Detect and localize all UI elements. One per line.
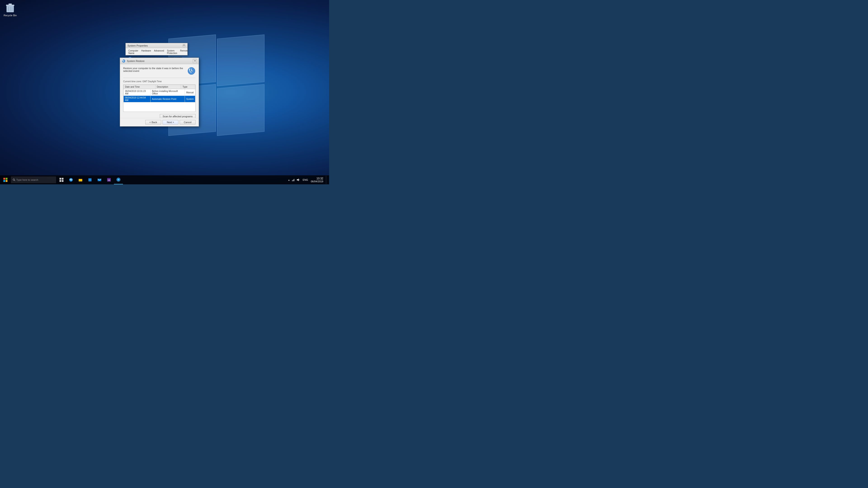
cell-type: Manual bbox=[185, 89, 195, 96]
recycle-bin-icon[interactable]: Recycle Bin bbox=[2, 2, 18, 17]
clock-time: 10:32 bbox=[311, 177, 323, 180]
sys-props-tabs: Computer Name Hardware Advanced System P… bbox=[126, 48, 187, 55]
back-btn[interactable]: < Back bbox=[145, 120, 161, 125]
clock-date: 06/04/2019 bbox=[311, 180, 323, 183]
restore-header-icon bbox=[187, 67, 195, 75]
mail-icon bbox=[97, 177, 102, 182]
sys-restore-titlebar: System Restore ✕ bbox=[120, 58, 199, 64]
search-icon bbox=[13, 178, 16, 181]
restore-table-body: 06/04/2019 10:31:23 AM Before installing… bbox=[123, 89, 195, 111]
svg-point-14 bbox=[13, 179, 15, 181]
taskbar-icon-file-explorer[interactable] bbox=[76, 175, 85, 184]
tab-system-protection[interactable]: System Protection bbox=[166, 49, 179, 55]
svg-rect-19 bbox=[62, 180, 64, 182]
svg-rect-12 bbox=[3, 180, 5, 182]
file-explorer-icon bbox=[78, 177, 83, 182]
sys-restore-close-btn[interactable]: ✕ bbox=[193, 59, 197, 63]
restore-points-data-table: 06/04/2019 10:31:23 AM Before installing… bbox=[123, 89, 195, 102]
dialog-controls: ✕ bbox=[182, 44, 186, 47]
svg-rect-30 bbox=[293, 180, 293, 181]
svg-rect-17 bbox=[62, 178, 64, 180]
cancel-btn[interactable]: Cancel bbox=[180, 120, 195, 125]
cell-date: 06/04/2019 10:31:23 AM bbox=[124, 89, 151, 96]
taskbar-icon-task-view[interactable] bbox=[57, 175, 66, 184]
svg-rect-2 bbox=[8, 4, 12, 5]
search-placeholder: Type here to search bbox=[16, 178, 38, 181]
sys-restore-title-left: System Restore bbox=[122, 59, 145, 63]
taskbar-clock[interactable]: 10:32 06/04/2019 bbox=[309, 177, 325, 183]
system-restore-dialog: System Restore ✕ Restore your computer t… bbox=[120, 58, 199, 127]
start-button[interactable] bbox=[0, 175, 11, 184]
store-icon: 🛒 bbox=[88, 177, 92, 182]
tab-remote[interactable]: Remote bbox=[179, 49, 189, 55]
svg-text:VS: VS bbox=[108, 179, 110, 181]
svg-rect-24 bbox=[98, 179, 101, 181]
recycle-bin-graphic bbox=[5, 2, 16, 13]
col-header-date: Date and Time bbox=[124, 85, 156, 89]
taskbar-system-tray: ▲ ENG 10:32 06/04/2019 bbox=[288, 175, 329, 184]
vs-icon: VS bbox=[107, 177, 111, 182]
desktop: Recycle Bin System Properties ✕ Computer… bbox=[0, 0, 329, 184]
svg-rect-13 bbox=[6, 180, 7, 182]
taskbar-icon-mail[interactable] bbox=[95, 175, 104, 184]
tab-advanced[interactable]: Advanced bbox=[153, 49, 165, 55]
svg-rect-31 bbox=[294, 179, 294, 181]
start-icon bbox=[3, 178, 7, 182]
browser-icon bbox=[116, 177, 121, 182]
taskbar-app-icons: 🛒 VS bbox=[57, 175, 123, 184]
taskbar-icon-edge[interactable] bbox=[66, 175, 75, 184]
cell-type: System bbox=[185, 96, 195, 102]
cell-description: Before installing Microsoft Office bbox=[151, 89, 185, 96]
svg-rect-18 bbox=[59, 180, 61, 182]
volume-icon[interactable] bbox=[296, 178, 300, 182]
sys-props-title: System Properties bbox=[127, 44, 148, 47]
svg-rect-29 bbox=[292, 180, 292, 181]
tab-hardware[interactable]: Hardware bbox=[140, 49, 152, 55]
taskbar-icon-store[interactable]: 🛒 bbox=[86, 175, 94, 184]
taskbar-search[interactable]: Type here to search bbox=[11, 176, 56, 183]
col-header-type: Type bbox=[181, 85, 195, 89]
table-header-row: Date and Time Description Type bbox=[124, 85, 195, 89]
tab-computer-name[interactable]: Computer Name bbox=[127, 49, 140, 55]
win-panel-top-right bbox=[217, 34, 265, 86]
restore-points-table: Date and Time Description Type bbox=[123, 85, 195, 89]
svg-rect-11 bbox=[6, 178, 7, 180]
restore-header: Restore your computer to the state it wa… bbox=[123, 67, 195, 75]
restore-footer: < Back Next > Cancel bbox=[120, 118, 199, 126]
next-btn[interactable]: Next > bbox=[162, 120, 178, 125]
show-desktop-btn[interactable] bbox=[326, 175, 327, 184]
system-properties-dialog: System Properties ✕ Computer Name Hardwa… bbox=[125, 43, 188, 55]
cell-description: Automatic Restore Point bbox=[151, 96, 185, 102]
taskbar-icon-vs[interactable]: VS bbox=[104, 175, 114, 184]
taskbar-icon-browser[interactable] bbox=[114, 175, 123, 184]
sys-props-close-btn[interactable]: ✕ bbox=[182, 44, 186, 47]
sys-restore-title-text: System Restore bbox=[127, 60, 145, 62]
sys-restore-title-icon bbox=[122, 59, 125, 63]
svg-line-15 bbox=[14, 180, 16, 181]
svg-marker-32 bbox=[297, 178, 299, 181]
taskbar: Type here to search bbox=[0, 175, 329, 184]
table-row[interactable]: 06/04/2019 10:31:23 AM Before installing… bbox=[124, 89, 195, 96]
col-header-description: Description bbox=[155, 85, 181, 89]
task-view-icon bbox=[59, 177, 64, 182]
svg-rect-16 bbox=[59, 178, 61, 180]
sys-tray-expand-icon[interactable]: ▲ bbox=[288, 179, 290, 181]
restore-header-text: Restore your computer to the state it wa… bbox=[123, 67, 185, 72]
svg-text:🛒: 🛒 bbox=[89, 178, 92, 182]
svg-rect-10 bbox=[3, 178, 5, 180]
recycle-bin-label: Recycle Bin bbox=[2, 14, 18, 17]
win-panel-bottom-right bbox=[217, 84, 265, 135]
sys-props-titlebar: System Properties ✕ bbox=[126, 43, 187, 48]
network-icon[interactable] bbox=[291, 178, 295, 182]
edge-icon bbox=[69, 177, 73, 182]
restore-table-container: Date and Time Description Type 06/04/201… bbox=[123, 85, 195, 112]
cell-date: 06/04/2019 12:44:54 AM bbox=[124, 96, 151, 102]
timezone-label: Current time zone: GMT Daylight Time bbox=[123, 80, 195, 83]
taskbar-sys-icons: ▲ bbox=[288, 178, 302, 182]
sys-restore-body: Restore your computer to the state it wa… bbox=[120, 64, 199, 124]
language-indicator[interactable]: ENG bbox=[303, 178, 308, 181]
svg-point-28 bbox=[118, 179, 119, 181]
table-row[interactable]: 06/04/2019 12:44:54 AM Automatic Restore… bbox=[124, 96, 195, 102]
